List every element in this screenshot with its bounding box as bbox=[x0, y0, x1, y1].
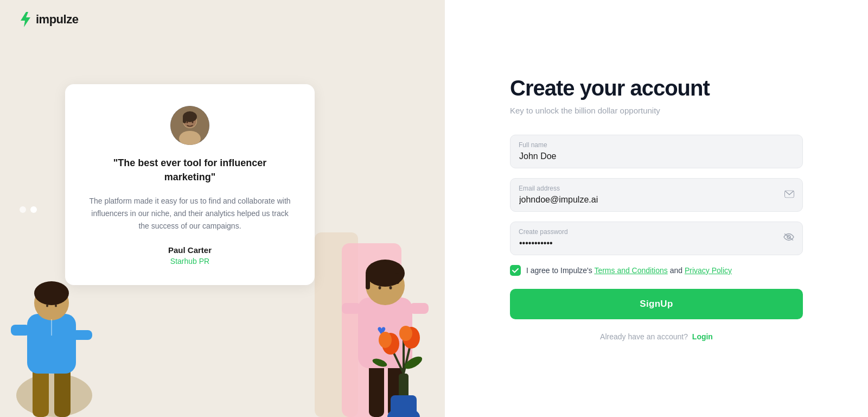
svg-point-32 bbox=[379, 286, 381, 289]
password-group: Create password bbox=[510, 222, 803, 255]
login-link[interactable]: Login bbox=[692, 332, 713, 341]
logo-text: impulze bbox=[36, 12, 78, 27]
testimonial-quote: "The best ever tool for influencer marke… bbox=[87, 156, 293, 184]
full-name-input[interactable] bbox=[510, 135, 803, 168]
terms-checkbox[interactable] bbox=[510, 265, 521, 276]
svg-marker-0 bbox=[21, 12, 30, 27]
reviewer-name: Paul Carter bbox=[87, 245, 293, 255]
avatar bbox=[170, 106, 209, 145]
form-subtitle: Key to unlock the billion dollar opportu… bbox=[510, 106, 803, 115]
svg-rect-26 bbox=[342, 303, 361, 314]
email-icon bbox=[784, 189, 794, 201]
svg-rect-30 bbox=[366, 273, 370, 289]
terms-row: I agree to Impulze's Terms and Condition… bbox=[510, 265, 803, 276]
testimonial-body: The platform made it easy for us to find… bbox=[87, 195, 293, 232]
bolt-icon bbox=[17, 12, 33, 27]
terms-text: I agree to Impulze's Terms and Condition… bbox=[526, 266, 732, 275]
svg-point-41 bbox=[379, 332, 392, 348]
login-row: Already have an account? Login bbox=[510, 332, 803, 341]
svg-point-33 bbox=[390, 286, 392, 289]
email-input[interactable] bbox=[510, 178, 803, 212]
full-name-group: Full name bbox=[510, 135, 803, 168]
svg-point-43 bbox=[399, 326, 412, 341]
svg-rect-6 bbox=[183, 117, 186, 123]
left-panel: impulze "The best ever tool for influ bbox=[0, 0, 445, 417]
svg-point-20 bbox=[55, 305, 57, 307]
right-panel: Create your account Key to unlock the bi… bbox=[445, 0, 868, 417]
testimonial-card: "The best ever tool for influencer marke… bbox=[65, 84, 315, 285]
svg-rect-15 bbox=[11, 325, 30, 336]
svg-rect-31 bbox=[395, 273, 399, 284]
privacy-policy-link[interactable]: Privacy Policy bbox=[685, 266, 732, 275]
form-title: Create your account bbox=[510, 76, 803, 100]
form-container: Create your account Key to unlock the bi… bbox=[510, 76, 803, 341]
signup-button[interactable]: SignUp bbox=[510, 289, 803, 319]
svg-rect-16 bbox=[71, 330, 92, 340]
terms-conditions-link[interactable]: Terms and Conditions bbox=[594, 266, 667, 275]
svg-rect-36 bbox=[391, 395, 417, 417]
svg-point-19 bbox=[46, 305, 48, 307]
svg-rect-27 bbox=[410, 303, 429, 314]
logo: impulze bbox=[17, 12, 78, 27]
reviewer-company: Starhub PR bbox=[87, 257, 293, 266]
password-input[interactable] bbox=[510, 222, 803, 255]
svg-point-18 bbox=[34, 281, 69, 305]
svg-point-7 bbox=[187, 121, 188, 123]
eye-off-icon[interactable] bbox=[783, 233, 794, 244]
email-group: Email address bbox=[510, 178, 803, 212]
svg-point-8 bbox=[192, 121, 194, 123]
